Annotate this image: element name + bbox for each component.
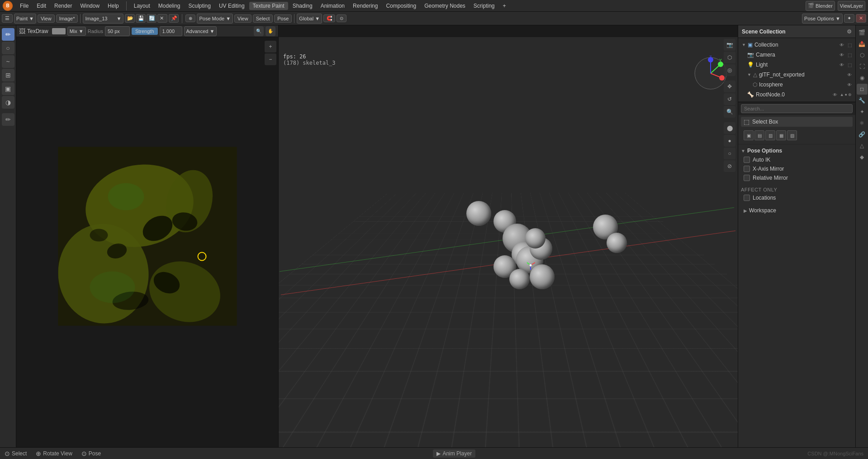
prop-tab-scene[interactable]: ⛶ [857,61,868,72]
collection-item-rootnode[interactable]: 🦴 RootNode.0 👁 ▲ ● ⊕ [740,90,854,100]
tab-animation[interactable]: Animation [317,2,348,10]
paint-mode-btn[interactable]: Paint ▼ [14,14,36,24]
pose-mode-dropdown[interactable]: Pose Mode ▼ [197,14,233,24]
menu-edit[interactable]: Edit [33,2,50,10]
uv-cursor-mode[interactable]: ✋ [266,26,275,36]
3d-viewport[interactable]: fps: 26 (178) skeletal_3 [279,25,738,447]
menu-file[interactable]: File [16,2,32,10]
transform-dropdown[interactable]: Global ▼ [297,14,322,24]
zoom-view-btn[interactable]: 🔍 [724,106,735,118]
prop-tab-data[interactable]: △ [857,140,868,151]
pin-btn[interactable]: 📌 [169,14,179,23]
cam-render-icon[interactable]: ⬚ [848,53,852,57]
pose-options-header[interactable]: ▼ Pose Options [741,146,853,155]
view-btn[interactable]: View [38,14,55,23]
tab-compositing[interactable]: Compositing [382,2,420,10]
prop-tab-world[interactable]: ◉ [857,72,868,83]
tab-texture-paint[interactable]: Texture Paint [249,2,288,10]
grid-icon-1[interactable]: ▣ [744,130,754,140]
xray-btn[interactable]: ⊘ [724,160,735,172]
prop-tab-material[interactable]: ◆ [857,152,868,163]
collection-item-icosphere[interactable]: ⬡ Icosphere 👁 [740,80,854,90]
light-render-icon[interactable]: ⬚ [848,62,852,67]
x-axis-mirror-checkbox[interactable] [744,166,750,172]
tab-rendering[interactable]: Rendering [349,2,381,10]
armature-vis-icon[interactable]: 👁 [833,92,837,97]
tab-add[interactable]: + [499,2,510,10]
collection-item-camera[interactable]: 📷 Camera 👁 ⬚ [740,50,854,60]
grid-icon-2[interactable]: ▤ [754,130,764,140]
vp-select-btn[interactable]: Select [253,14,273,23]
grid-icon-4[interactable]: ▦ [776,130,786,140]
menu-help[interactable]: Help [104,2,123,10]
strength-input[interactable] [160,26,182,36]
light-vis-icon[interactable]: 👁 [840,62,844,67]
cam-vis-icon[interactable]: 👁 [840,53,844,57]
uv-zoom-out[interactable]: − [265,53,276,65]
grid-icon-5[interactable]: ▧ [787,130,797,140]
pose-options-btn[interactable]: Pose Options ▼ [802,14,843,24]
tab-sculpting[interactable]: Sculpting [185,2,214,10]
open-img-btn[interactable]: 📂 [125,14,135,23]
prop-tab-render[interactable]: 🎬 [857,27,868,38]
select-box-btn[interactable]: ⬚ Select Box [741,117,853,127]
x-btn[interactable]: ✕ [856,14,866,23]
soften-tool[interactable]: ○ [2,42,14,54]
solid-view-btn[interactable]: ● [724,135,735,147]
workspace-btn[interactable]: ▶ Workspace [741,206,853,215]
mask-tool[interactable]: ◑ [2,96,14,109]
tab-scripting[interactable]: Scripting [470,2,498,10]
rotate-view-btn[interactable]: ↺ [724,93,735,105]
render-preview-btn[interactable]: ⬤ [724,122,735,134]
search-input[interactable] [741,104,853,113]
draw-tool[interactable]: ✏ [2,28,14,41]
menu-render[interactable]: Render [51,2,76,10]
clone-tool[interactable]: ⊞ [2,69,14,81]
radius-input[interactable] [105,26,130,36]
prop-tab-output[interactable]: 📤 [857,38,868,49]
perspective-btn[interactable]: ⬡ [724,52,735,63]
uv-zoom-in[interactable]: + [265,41,276,53]
tab-modeling[interactable]: Modeling [155,2,184,10]
collection-item-gltf[interactable]: ▼ △ glTF_not_exported 👁 [740,70,854,80]
image-name-field[interactable]: Image_13 ▼ [83,14,123,24]
local-view-btn[interactable]: ◎ [724,64,735,76]
overlay-btn[interactable]: ✦ [844,14,854,23]
advanced-btn[interactable]: Advanced ▼ [184,26,217,36]
prop-tab-constraints[interactable]: 🔗 [857,129,868,140]
collection-item-light[interactable]: 💡 Light 👁 ⬚ [740,60,854,70]
render-visibility-icon[interactable]: ⬚ [848,43,852,48]
camera-view-btn[interactable]: 📷 [724,39,735,51]
mode-toggle[interactable]: ☰ [2,14,13,23]
prop-tab-modifier[interactable]: 🔧 [857,95,868,106]
grid-icon-3[interactable]: ▥ [765,130,775,140]
gltf-vis-icon[interactable]: 👁 [847,72,852,77]
uv-view-pan[interactable]: 🔍 [254,26,264,36]
fill-tool[interactable]: ▣ [2,82,14,95]
uv-canvas[interactable] [58,147,237,326]
pivot-btn[interactable]: ⊕ [185,14,195,22]
prop-tab-view-layer[interactable]: ⬡ [857,50,868,61]
tab-uv-editing[interactable]: UV Editing [215,2,248,10]
locations-checkbox[interactable] [744,195,750,201]
proportional-btn[interactable]: ⊙ [337,14,346,22]
uv-viewport[interactable]: 🖼 TexDraw Mix ▼ Radius Strength Advanced… [16,25,279,447]
scene-dropdown[interactable]: 🎬 Blender [806,1,835,11]
save-img-btn[interactable]: 💾 [136,14,146,23]
image-btn[interactable]: Image* [56,14,78,23]
vp-view-btn[interactable]: View [234,14,251,23]
prop-tab-object[interactable]: □ [857,84,868,95]
view-layer-dropdown[interactable]: ViewLayer [838,1,865,11]
reload-img-btn[interactable]: 🔄 [147,14,157,23]
snap-btn[interactable]: 🧲 [323,14,335,22]
wireframe-view-btn[interactable]: ○ [724,148,735,159]
annotate-tool[interactable]: ✏ [2,113,14,126]
anim-player-btn[interactable]: ▶ Anim Player [433,449,475,458]
move-view-btn[interactable]: ✥ [724,81,735,92]
menu-window[interactable]: Window [76,2,103,10]
close-img-btn[interactable]: ✕ [157,14,167,23]
filter-icon[interactable]: ⚙ [847,29,852,35]
prop-tab-particles[interactable]: ✦ [857,106,868,117]
smear-tool[interactable]: ~ [2,55,14,68]
blend-mode-dropdown[interactable]: Mix ▼ [67,27,86,36]
